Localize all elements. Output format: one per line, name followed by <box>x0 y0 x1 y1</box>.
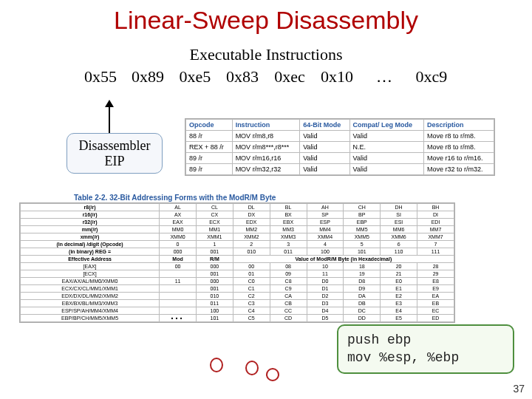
byte: 0xc9 <box>412 67 451 86</box>
table-row: EBX/BX/BL/MM3/XMM3011C3CBD3DBE3EB <box>21 300 454 307</box>
table-row: 88 /rMOV r/m8,r8ValidValidMove r8 to r/m… <box>186 131 494 142</box>
table-row: [EAX]00000000810182028 <box>21 263 454 270</box>
highlight-circle-icon <box>266 368 279 381</box>
table-row: [ECX]001010911192129 <box>21 270 454 278</box>
eip-callout: Disassembler EIP <box>66 133 163 174</box>
ellipsis: … <box>170 307 183 323</box>
asm-line: mov %esp, %ebp <box>347 349 504 366</box>
table-row: 89 /rMOV r/m32,r32ValidValidMove r32 to … <box>186 164 494 175</box>
eip-line2: EIP <box>70 154 159 169</box>
eip-line1: Disassembler <box>70 138 159 154</box>
table-row: ECX/CX/CL/MM1/XMM1001C1C9D1D9E1E9 <box>21 285 454 293</box>
modrm-table: r8(/r)ALCLDLBLAHCHDHBH r16(/r)AXCXDXBXSP… <box>19 202 455 323</box>
byte: 0x89 <box>129 67 167 86</box>
highlight-circle-icon <box>210 358 223 372</box>
opcode-th: Description <box>424 120 494 131</box>
byte: 0xec <box>270 67 309 86</box>
asm-callout: push ebp mov %esp, %ebp <box>337 324 514 374</box>
table-row: EBP/BP/CH/MM5/XMM5101C5CDD5DDE5ED <box>21 315 454 322</box>
byte: 0xe5 <box>176 67 214 86</box>
table-row: EDX/DX/DL/MM2/XMM2010C2CAD2DAE2EA <box>21 293 454 300</box>
arrow-up-icon <box>109 101 110 134</box>
byte-row: 0x55 0x89 0xe5 0x83 0xec 0x10 … 0xc9 <box>0 67 532 86</box>
byte: … <box>365 67 403 86</box>
opcode-th: 64-Bit Mode <box>300 120 349 131</box>
table-row: 89 /rMOV r/m16,r16ValidValidMove r16 to … <box>186 153 494 164</box>
subtitle: Executable Instructions <box>0 45 532 64</box>
opcode-th: Instruction <box>232 120 300 131</box>
opcode-th: Opcode <box>186 120 233 131</box>
byte: 0x83 <box>223 67 262 86</box>
slide-title: Linear-Sweep Disassembly <box>0 0 532 35</box>
byte: 0x55 <box>81 67 120 86</box>
table-row: REX + 88 /rMOV r/m8***,r8***ValidN.E.Mov… <box>186 142 494 153</box>
page-number: 37 <box>513 383 525 395</box>
asm-line: push ebp <box>347 332 504 349</box>
opcode-table: Opcode Instruction 64-Bit Mode Compat/ L… <box>185 118 495 176</box>
slide: Linear-Sweep Disassembly Executable Inst… <box>0 0 532 399</box>
opcode-th: Compat/ Leg Mode <box>349 120 423 131</box>
modrm-title: Table 2-2. 32-Bit Addressing Forms with … <box>72 194 277 202</box>
highlight-circle-icon <box>245 361 259 375</box>
table-row: ESP/SP/AH/MM4/XMM4100C4CCD4DCE4EC <box>21 307 454 315</box>
table-row: EAX/AX/AL/MM0/XMM011000C0C8D0D8E0E8 <box>21 278 454 285</box>
byte: 0x10 <box>318 67 356 86</box>
